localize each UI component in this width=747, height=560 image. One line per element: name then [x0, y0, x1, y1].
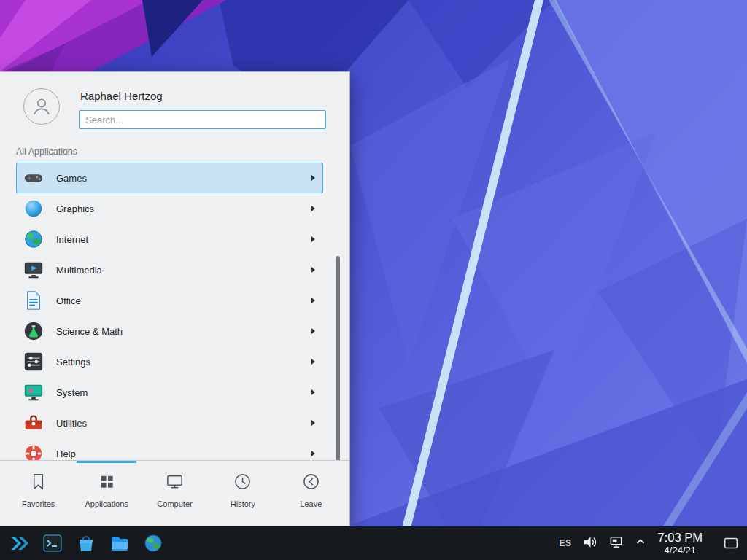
leave-icon — [301, 472, 321, 494]
submenu-arrow-icon — [311, 420, 315, 426]
flask-icon — [23, 320, 44, 342]
tab-leave[interactable]: Leave — [277, 461, 345, 526]
category-label: Help — [56, 448, 311, 459]
category-internet[interactable]: Internet — [16, 224, 323, 254]
sphere-icon — [23, 198, 44, 219]
network-button[interactable] — [609, 534, 624, 553]
category-settings[interactable]: Settings — [16, 346, 323, 377]
browser-button[interactable] — [140, 529, 166, 557]
launcher-header: Raphael Hertzog — [0, 72, 349, 136]
show-desktop-icon — [723, 535, 739, 551]
category-list: Games Graphics Internet Multimedia — [0, 163, 349, 460]
system-tray: ES 7:03 PM 4/24/21 — [560, 529, 741, 557]
tab-label: Applications — [85, 499, 128, 508]
category-label: Multimedia — [56, 265, 311, 276]
sliders-icon — [23, 351, 44, 373]
category-label: Science & Math — [56, 326, 311, 337]
monitor-icon — [23, 381, 44, 403]
category-science-math[interactable]: Science & Math — [16, 316, 323, 346]
search-input[interactable] — [79, 110, 326, 129]
computer-icon — [165, 472, 185, 494]
app-grid-icon — [97, 472, 117, 494]
category-office[interactable]: Office — [16, 285, 323, 316]
category-utilities[interactable]: Utilities — [16, 408, 323, 438]
category-label: System — [56, 387, 311, 398]
section-label: All Applications — [16, 147, 349, 157]
category-label: Settings — [56, 357, 311, 368]
volume-button[interactable] — [583, 534, 598, 553]
document-icon — [23, 289, 44, 311]
category-label: Office — [56, 295, 311, 306]
globe-icon — [23, 228, 44, 250]
tab-history[interactable]: History — [209, 461, 276, 526]
file-manager-button[interactable] — [107, 529, 133, 557]
launcher-tab-bar: Favorites Applications Computer History … — [0, 460, 349, 526]
show-desktop-button[interactable] — [721, 529, 741, 557]
tab-computer[interactable]: Computer — [141, 461, 209, 526]
submenu-arrow-icon — [311, 175, 315, 181]
tab-label: Leave — [300, 499, 322, 508]
chevron-up-icon — [635, 537, 646, 547]
taskbar: ES 7:03 PM 4/24/21 — [0, 526, 747, 560]
clock-time: 7:03 PM — [658, 531, 703, 545]
submenu-arrow-icon — [311, 359, 315, 365]
tab-label: History — [231, 499, 255, 508]
submenu-arrow-icon — [311, 389, 315, 395]
terminal-icon — [42, 533, 63, 553]
terminal-button[interactable] — [39, 529, 66, 557]
scrollbar[interactable] — [336, 256, 340, 460]
tab-label: Favorites — [22, 499, 55, 508]
submenu-arrow-icon — [311, 267, 315, 273]
tab-applications[interactable]: Applications — [72, 461, 140, 526]
category-games[interactable]: Games — [16, 163, 323, 193]
submenu-arrow-icon — [311, 451, 315, 456]
media-screen-icon — [23, 259, 44, 281]
submenu-arrow-icon — [311, 328, 315, 334]
category-label: Utilities — [56, 418, 311, 429]
avatar[interactable] — [23, 88, 60, 125]
toolbox-icon — [23, 412, 44, 434]
user-name: Raphael Hertzog — [80, 90, 326, 102]
network-icon — [609, 534, 624, 550]
submenu-arrow-icon — [311, 298, 315, 303]
speaker-icon — [583, 534, 598, 550]
history-clock-icon — [233, 472, 252, 494]
category-label: Internet — [56, 234, 311, 245]
user-icon — [30, 95, 53, 118]
tab-label: Computer — [157, 499, 192, 508]
folder-icon — [109, 533, 130, 553]
tab-favorites[interactable]: Favorites — [4, 461, 72, 526]
app-launcher-icon — [9, 533, 29, 553]
discover-icon — [76, 533, 96, 553]
keyboard-layout-indicator[interactable]: ES — [560, 538, 572, 548]
scrollbar-thumb[interactable] — [336, 256, 340, 460]
browser-icon — [143, 533, 163, 553]
category-label: Graphics — [56, 203, 311, 214]
lifebuoy-icon — [23, 443, 44, 460]
category-graphics[interactable]: Graphics — [16, 193, 323, 224]
clock[interactable]: 7:03 PM 4/24/21 — [658, 531, 703, 556]
application-launcher-menu: Raphael Hertzog All Applications Games G… — [0, 71, 350, 526]
submenu-arrow-icon — [311, 206, 315, 211]
clock-date: 4/24/21 — [658, 545, 703, 556]
category-multimedia[interactable]: Multimedia — [16, 254, 323, 285]
bookmark-icon — [28, 472, 48, 494]
category-help[interactable]: Help — [16, 438, 323, 460]
category-label: Games — [56, 173, 311, 184]
app-launcher-button[interactable] — [6, 529, 32, 557]
category-system[interactable]: System — [16, 377, 323, 408]
gamepad-icon — [23, 167, 44, 189]
submenu-arrow-icon — [311, 236, 315, 242]
expand-tray-button[interactable] — [635, 537, 646, 550]
discover-button[interactable] — [73, 529, 99, 557]
